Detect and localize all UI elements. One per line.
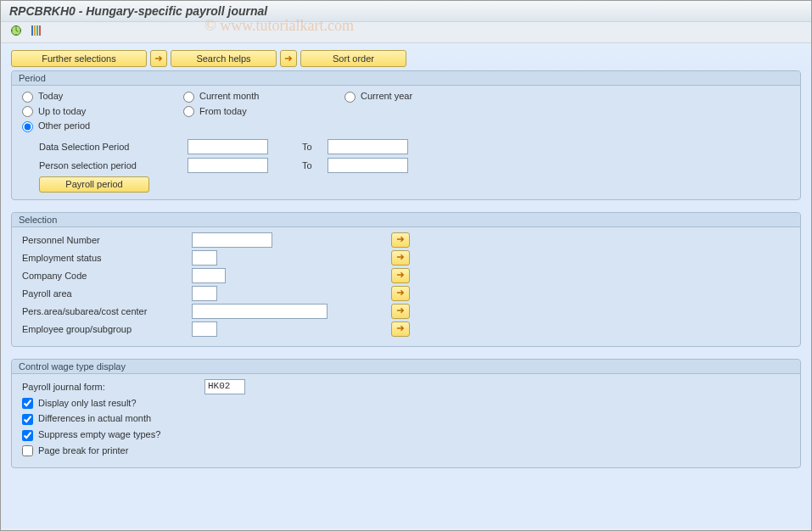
- checkbox[interactable]: [22, 414, 33, 425]
- selection-row: Personnel Number: [22, 232, 790, 248]
- data-sel-period-label: Data Selection Period: [22, 142, 188, 152]
- search-helps-label: Search helps: [196, 53, 250, 64]
- checkbox[interactable]: [22, 398, 33, 409]
- icon-toolbar: © www.tutorialkart.com: [1, 22, 811, 43]
- window: RPCBRKH0 - Hungary-specific payroll jour…: [0, 0, 812, 531]
- further-selections-button[interactable]: Further selections: [11, 50, 147, 67]
- radio-current-month-label: Current month: [199, 91, 259, 101]
- title-text: RPCBRKH0 - Hungary-specific payroll jour…: [9, 4, 267, 18]
- checkbox-label: Suppress empty wage types?: [38, 429, 160, 439]
- window-title: RPCBRKH0 - Hungary-specific payroll jour…: [1, 1, 811, 22]
- radio-other-period[interactable]: Other period: [22, 120, 183, 132]
- multiple-selection-button[interactable]: [391, 304, 410, 319]
- control-group: Control wage type display Payroll journa…: [11, 359, 801, 468]
- selection-row-label: Company Code: [22, 271, 192, 281]
- selection-toolbar: Further selections Search helps Sort ord…: [8, 50, 804, 67]
- to-label-1: To: [302, 142, 328, 152]
- radio-today-label: Today: [38, 91, 63, 101]
- selection-row-input[interactable]: [192, 321, 217, 337]
- data-sel-period-to-input[interactable]: [328, 139, 408, 154]
- selection-group-title: Selection: [12, 213, 800, 227]
- selection-row-input[interactable]: [192, 268, 226, 283]
- radio-current-month[interactable]: Current month: [183, 91, 344, 103]
- payroll-journal-form-value[interactable]: HK02: [204, 379, 245, 394]
- sort-order-label: Sort order: [333, 53, 374, 64]
- radio-up-to-today[interactable]: Up to today: [22, 106, 183, 118]
- selection-row-label: Payroll area: [22, 288, 192, 299]
- svg-rect-4: [39, 25, 41, 36]
- selection-row: Payroll area: [22, 286, 790, 301]
- checkbox-label: Differences in actual month: [38, 413, 151, 423]
- checkbox[interactable]: [22, 430, 33, 441]
- payroll-period-label: Payroll period: [65, 179, 122, 189]
- radio-current-year-label: Current year: [361, 91, 412, 101]
- checkbox-label: Display only last result?: [38, 398, 137, 408]
- checkbox-row[interactable]: Suppress empty wage types?: [22, 429, 790, 441]
- content-area: Further selections Search helps Sort ord…: [1, 43, 811, 528]
- radio-today[interactable]: Today: [22, 91, 183, 103]
- checkbox-row[interactable]: Page break for printer: [22, 445, 790, 457]
- payroll-period-button[interactable]: Payroll period: [39, 176, 149, 193]
- selection-row-label: Employment status: [22, 253, 192, 263]
- selection-row-input[interactable]: [192, 304, 328, 319]
- data-sel-period-from-input[interactable]: [188, 139, 268, 154]
- checkbox-label: Page break for printer: [38, 445, 128, 456]
- multiple-selection-button[interactable]: [391, 321, 410, 337]
- selection-row: Employment status: [22, 250, 790, 266]
- svg-rect-3: [36, 25, 38, 36]
- person-sel-period-label: Person selection period: [22, 160, 188, 170]
- multiple-selection-button[interactable]: [391, 232, 410, 248]
- to-label-2: To: [302, 160, 328, 170]
- multiple-selection-button[interactable]: [391, 268, 410, 283]
- control-group-title: Control wage type display: [12, 360, 800, 374]
- person-sel-period-from-input[interactable]: [188, 158, 268, 173]
- radio-up-to-today-label: Up to today: [38, 106, 86, 116]
- radio-current-year[interactable]: Current year: [344, 91, 506, 103]
- execute-icon[interactable]: [8, 24, 25, 39]
- period-group-title: Period: [12, 71, 800, 86]
- selection-row: Pers.area/subarea/cost center: [22, 304, 790, 319]
- selection-row: Employee group/subgroup: [22, 321, 790, 337]
- further-selections-label: Further selections: [42, 53, 115, 64]
- search-helps-arrow-button[interactable]: [150, 50, 167, 67]
- period-group: Period Today Current month Current year …: [11, 70, 801, 200]
- radio-from-today[interactable]: From today: [183, 106, 344, 118]
- selection-row-input[interactable]: [192, 232, 272, 248]
- selection-row: Company Code: [22, 268, 790, 283]
- person-sel-period-to-input[interactable]: [328, 158, 408, 173]
- selection-row-label: Personnel Number: [22, 235, 192, 245]
- svg-rect-1: [31, 25, 33, 36]
- search-helps-button[interactable]: Search helps: [171, 50, 277, 67]
- variant-icon[interactable]: [27, 24, 44, 39]
- selection-group: Selection Personnel NumberEmployment sta…: [11, 212, 801, 347]
- checkbox-row[interactable]: Display only last result?: [22, 398, 790, 410]
- selection-row-label: Employee group/subgroup: [22, 324, 192, 334]
- multiple-selection-button[interactable]: [391, 286, 410, 301]
- radio-other-period-label: Other period: [38, 120, 90, 131]
- selection-row-input[interactable]: [192, 250, 217, 266]
- selection-row-label: Pers.area/subarea/cost center: [22, 306, 192, 316]
- svg-rect-2: [34, 25, 36, 36]
- checkbox-row[interactable]: Differences in actual month: [22, 413, 790, 425]
- sort-order-button[interactable]: Sort order: [300, 50, 406, 67]
- payroll-journal-form-label: Payroll journal form:: [22, 382, 204, 392]
- checkbox[interactable]: [22, 445, 33, 456]
- selection-row-input[interactable]: [192, 286, 217, 301]
- radio-from-today-label: From today: [199, 106, 247, 116]
- multiple-selection-button[interactable]: [391, 250, 410, 266]
- sort-order-arrow-button[interactable]: [280, 50, 297, 67]
